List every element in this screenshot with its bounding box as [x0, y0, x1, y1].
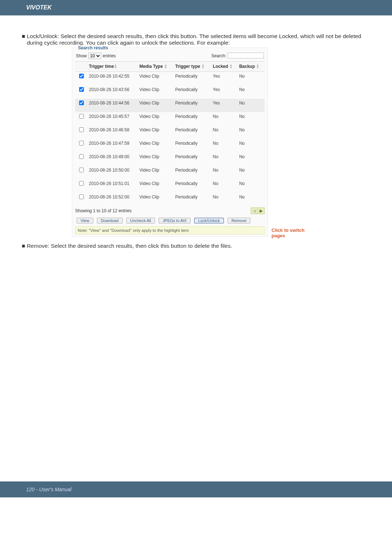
cell-time: 2010-08-26 10:46:58 — [87, 126, 138, 139]
cell-type: Periodically — [174, 99, 212, 112]
cell-time: 2010-08-26 10:45:57 — [87, 112, 138, 126]
col-locked[interactable]: Locked ▲▼ — [211, 62, 238, 72]
cell-media: Video Clip — [138, 166, 174, 179]
row-checkbox[interactable] — [79, 127, 84, 132]
sort-icon: ▲▼ — [256, 64, 260, 69]
col-trigger-type[interactable]: Trigger type ▲▼ — [174, 62, 212, 72]
cell-media: Video Clip — [138, 71, 174, 85]
cell-type: Periodically — [174, 152, 212, 166]
cell-backup: No — [238, 193, 265, 206]
sort-icon: ▲▼ — [201, 64, 205, 69]
cell-backup: No — [238, 139, 265, 152]
sort-icon: ▲▼ — [164, 64, 167, 69]
table-row[interactable]: 2010-08-26 10:42:55Video ClipPeriodicall… — [75, 71, 265, 85]
cell-time: 2010-08-26 10:50:00 — [87, 166, 138, 179]
cell-type: Periodically — [174, 126, 212, 139]
cell-backup: No — [238, 126, 265, 139]
cell-time: 2010-08-26 10:42:55 — [87, 71, 138, 85]
cell-media: Video Clip — [138, 85, 174, 99]
results-table: Trigger time ▲▼ Media Type ▲▼ Trigger ty… — [75, 61, 265, 206]
brand-label: VIVOTEK — [26, 4, 52, 11]
cell-backup: No — [238, 152, 265, 166]
row-checkbox[interactable] — [79, 168, 84, 172]
figure-row: Search results Show 10 entries Search: — [72, 48, 370, 238]
remove-paragraph: ■ Remove: Select the desired search resu… — [27, 243, 370, 249]
action-buttons: View Download Uncheck All JPEGs to AVI L… — [75, 218, 265, 223]
cell-type: Periodically — [174, 166, 212, 179]
page-number-label: 120 - User's Manual — [26, 487, 72, 492]
row-checkbox[interactable] — [79, 74, 84, 78]
row-checkbox[interactable] — [79, 194, 84, 199]
show-entries: Show 10 entries — [76, 53, 116, 59]
table-controls: Show 10 entries Search: — [75, 53, 265, 59]
table-row[interactable]: 2010-08-26 10:50:00Video ClipPeriodicall… — [75, 166, 265, 179]
cell-locked: No — [211, 179, 238, 193]
cell-time: 2010-08-26 10:52:00 — [87, 193, 138, 206]
divider — [0, 15, 392, 16]
col-check — [75, 62, 87, 72]
table-row[interactable]: 2010-08-26 10:45:57Video ClipPeriodicall… — [75, 112, 265, 126]
cell-locked: No — [211, 166, 238, 179]
cell-media: Video Clip — [138, 193, 174, 206]
table-row[interactable]: 2010-08-26 10:43:56Video ClipPeriodicall… — [75, 85, 265, 99]
cell-time: 2010-08-26 10:51:01 — [87, 179, 138, 193]
cell-backup: No — [238, 179, 265, 193]
lock-unlock-button[interactable]: Lock/Unlock — [194, 218, 224, 223]
cell-locked: Yes — [211, 85, 238, 99]
note-banner: Note: "View" and "Download" only apply t… — [75, 226, 265, 234]
header-bar: VIVOTEK — [0, 0, 392, 15]
search-input[interactable] — [228, 53, 264, 58]
search-box: Search: — [211, 53, 264, 59]
next-page-icon[interactable]: ▶ — [258, 208, 264, 214]
cell-time: 2010-08-26 10:49:00 — [87, 152, 138, 166]
cell-media: Video Clip — [138, 152, 174, 166]
cell-backup: No — [238, 99, 265, 112]
row-checkbox[interactable] — [79, 114, 84, 119]
page-content: ■ Lock/Unlock: Select the desired search… — [0, 24, 392, 249]
col-media-type[interactable]: Media Type ▲▼ — [138, 62, 174, 72]
col-trigger-time[interactable]: Trigger time ▲▼ — [87, 62, 138, 72]
footer-bar: 120 - User's Manual — [0, 481, 392, 497]
table-header-row: Trigger time ▲▼ Media Type ▲▼ Trigger ty… — [75, 62, 265, 72]
prev-page-icon[interactable]: ◀ — [251, 208, 258, 214]
cell-media: Video Clip — [138, 99, 174, 112]
search-results-panel: Search results Show 10 entries Search: — [72, 48, 268, 237]
table-row[interactable]: 2010-08-26 10:52:00Video ClipPeriodicall… — [75, 193, 265, 206]
cell-media: Video Clip — [138, 139, 174, 152]
cell-time: 2010-08-26 10:47:59 — [87, 139, 138, 152]
row-checkbox[interactable] — [79, 181, 84, 186]
cell-locked: No — [211, 112, 238, 126]
table-row[interactable]: 2010-08-26 10:46:58Video ClipPeriodicall… — [75, 126, 265, 139]
row-checkbox[interactable] — [79, 141, 84, 145]
search-label: Search: — [211, 53, 226, 58]
cell-time: 2010-08-26 10:43:56 — [87, 85, 138, 99]
cell-media: Video Clip — [138, 179, 174, 193]
entries-suffix: entries — [103, 53, 116, 58]
cell-backup: No — [238, 112, 265, 126]
panel-legend: Search results — [77, 45, 110, 50]
cell-locked: No — [211, 139, 238, 152]
cell-type: Periodically — [174, 179, 212, 193]
view-button[interactable]: View — [77, 218, 93, 223]
table-row[interactable]: 2010-08-26 10:47:59Video ClipPeriodicall… — [75, 139, 265, 152]
col-backup[interactable]: Backup ▲▼ — [238, 62, 265, 72]
switch-pages-annotation: Click to switch pages — [271, 227, 319, 238]
table-row[interactable]: 2010-08-26 10:49:00Video ClipPeriodicall… — [75, 152, 265, 166]
lock-unlock-paragraph: ■ Lock/Unlock: Select the desired search… — [27, 33, 370, 46]
table-row[interactable]: 2010-08-26 10:51:01Video ClipPeriodicall… — [75, 179, 265, 193]
row-checkbox[interactable] — [79, 100, 84, 105]
row-checkbox[interactable] — [79, 154, 84, 159]
cell-locked: No — [211, 193, 238, 206]
cell-type: Periodically — [174, 139, 212, 152]
row-checkbox[interactable] — [79, 87, 84, 92]
uncheck-all-button[interactable]: Uncheck All — [126, 218, 155, 223]
table-footer: Showing 1 to 10 of 12 entries ◀ ▶ — [75, 208, 265, 214]
cell-type: Periodically — [174, 71, 212, 85]
entries-select[interactable]: 10 — [88, 53, 101, 59]
remove-button[interactable]: Remove — [228, 218, 250, 223]
cell-locked: Yes — [211, 71, 238, 85]
table-row[interactable]: 2010-08-26 10:44:56Video ClipPeriodicall… — [75, 99, 265, 112]
cell-type: Periodically — [174, 85, 212, 99]
download-button[interactable]: Download — [97, 218, 123, 223]
jpegs-to-avi-button[interactable]: JPEGs to AVI — [159, 218, 191, 223]
